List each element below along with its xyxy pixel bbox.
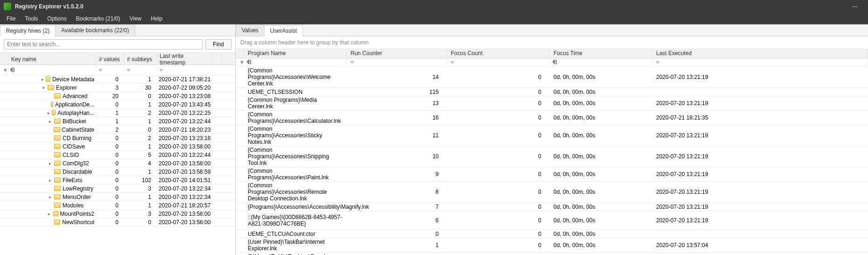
group-by-hint[interactable]: Drag a column header here to group by th…	[236, 36, 868, 49]
filter-icon[interactable]: ▼	[236, 59, 244, 65]
grid-row[interactable]: {Common Programs}\Accessories\Welcome Ce…	[236, 67, 868, 88]
program-name: {Common Programs}\Accessories\Paint.lnk	[244, 168, 347, 181]
run-counter: 16	[347, 114, 447, 121]
col-program[interactable]: Program Name	[244, 49, 347, 58]
col-focuscount[interactable]: Focus Count	[447, 49, 550, 58]
grid-row[interactable]: UEME_CTLSESSION11500d, 0h, 00m, 00s	[236, 88, 868, 96]
tab-userassist[interactable]: UserAssist	[264, 25, 303, 36]
tree-row[interactable]: ▸MenuOrder012020-07-20 13:22:34	[0, 193, 235, 201]
menu-help[interactable]: Help	[146, 14, 167, 23]
grid-row[interactable]: C:\Users\Public\Desktop\Google Chrome.ln…	[236, 253, 868, 255]
menu-options[interactable]: Options	[42, 14, 71, 23]
expander-icon[interactable]: ▸	[48, 111, 50, 115]
tree-row[interactable]: ▸AutoplayHan...122020-07-20 13:22:25	[0, 109, 235, 117]
grid-row[interactable]: {Common Programs}\Accessories\Paint.lnk9…	[236, 167, 868, 182]
grid-row[interactable]: {Common Programs}\Media Center.lnk1300d,…	[236, 96, 868, 111]
col-lastexec[interactable]: Last Executed	[652, 49, 868, 58]
expander-icon[interactable]: ▸	[48, 178, 52, 183]
col-values[interactable]: # values	[96, 53, 124, 66]
values-count: 20	[96, 93, 124, 99]
tree-row[interactable]: ▸MountPoints2032020-07-20 13:58:00	[0, 210, 235, 218]
menu-file[interactable]: File	[2, 14, 20, 23]
col-keyname[interactable]: Key name	[8, 53, 96, 66]
tree-row[interactable]: Discardable012020-07-20 13:56:59	[0, 168, 235, 176]
grid-row[interactable]: UEME_CTLCUACount:ctor000d, 0h, 00m, 00s	[236, 230, 868, 238]
grid-row[interactable]: {Common Programs}\Accessories\Remote Des…	[236, 182, 868, 203]
grid-row[interactable]: {Common Programs}\Accessories\Calculator…	[236, 111, 868, 125]
grid-row[interactable]: {Common Programs}\Accessories\Snipping T…	[236, 146, 868, 167]
filter-keyname[interactable]: B	[8, 67, 96, 73]
tree-row[interactable]: ▸Device Metadata012020-07-21 17:38:21	[0, 75, 235, 84]
menu-bookmarks[interactable]: Bookmarks (21/0)	[71, 14, 125, 23]
program-name: {Programs}\Accessories\Accessibility\Mag…	[244, 204, 347, 210]
expander-icon[interactable]: ▸	[48, 212, 51, 216]
focus-time: 0d, 0h, 00m, 00s	[550, 204, 652, 210]
grid-row[interactable]: ::{My Games}\{00D8862B-6453-4957-A821-3D…	[236, 211, 868, 230]
folder-icon	[46, 77, 50, 82]
last-write-timestamp: 2020-07-20 13:58:00	[157, 219, 213, 226]
col-runcounter[interactable]: Run Counter	[347, 49, 447, 58]
tree-row[interactable]: ApplicationDe...012020-07-20 13:43:45	[0, 100, 235, 109]
search-input[interactable]	[4, 39, 203, 50]
grid-row[interactable]: {Programs}\Accessories\Accessibility\Mag…	[236, 203, 868, 211]
last-write-timestamp: 2020-07-20 13:23:08	[157, 93, 213, 99]
tab-values[interactable]: Values	[236, 25, 265, 36]
tree-row[interactable]: ▸ComDlg32042020-07-20 13:58:00	[0, 159, 235, 168]
col-focustime[interactable]: Focus Time	[550, 49, 652, 58]
run-counter: 11	[347, 132, 447, 139]
tree-row[interactable]: ▸BitBucket112020-07-20 13:22:44	[0, 117, 235, 126]
menu-view[interactable]: View	[125, 14, 146, 23]
last-write-timestamp: 2020-07-20 13:22:25	[157, 110, 213, 116]
subkeys-count: 0	[124, 127, 157, 133]
menu-tools[interactable]: Tools	[20, 14, 42, 23]
program-name: {User Pinned}\TaskBar\Internet Explorer.…	[244, 239, 347, 252]
subkeys-count: 102	[124, 177, 157, 184]
find-button[interactable]: Find	[205, 39, 231, 50]
grid-row[interactable]: {User Pinned}\TaskBar\Internet Explorer.…	[236, 238, 868, 253]
tree-row[interactable]: NewShortcut002020-07-20 13:58:00	[0, 218, 235, 227]
tree-row[interactable]: Modules012020-07-21 18:20:57	[0, 201, 235, 210]
minimize-button[interactable]: —	[846, 3, 864, 10]
focus-time: 0d, 0h, 00m, 00s	[550, 242, 652, 248]
grid-row[interactable]: {Common Programs}\Accessories\Sticky Not…	[236, 125, 868, 146]
tree-row[interactable]: CD Burning022020-07-20 13:23:16	[0, 134, 235, 142]
subkeys-count: 2	[124, 110, 157, 116]
expander-icon[interactable]: ▾	[41, 85, 46, 90]
tree-row[interactable]: CIDSave012020-07-20 13:58:00	[0, 142, 235, 151]
filter-values[interactable]: =	[96, 67, 124, 73]
values-count: 3	[96, 85, 124, 91]
tree-row[interactable]: CLSID052020-07-20 13:22:44	[0, 151, 235, 159]
expander-icon[interactable]: ▸	[48, 161, 52, 166]
last-executed: 2020-07-20 13:21:19	[652, 171, 868, 177]
values-count: 0	[96, 160, 124, 167]
last-executed: 2020-07-20 13:21:19	[652, 217, 868, 224]
expander-icon[interactable]: ▸	[48, 195, 52, 199]
program-name: {Common Programs}\Media Center.lnk	[244, 97, 347, 110]
col-subkeys[interactable]: # subkeys	[124, 53, 157, 66]
filter-focus[interactable]: =	[447, 59, 550, 65]
focus-time: 0d, 0h, 00m, 00s	[550, 153, 652, 160]
focus-time: 0d, 0h, 00m, 00s	[550, 231, 652, 237]
values-count: 1	[96, 118, 124, 125]
tree-row[interactable]: Advanced2002020-07-20 13:23:08	[0, 92, 235, 100]
last-write-timestamp: 2020-07-20 13:58:00	[157, 143, 213, 150]
filter-program[interactable]: B	[244, 59, 347, 65]
filter-subkeys[interactable]: =	[124, 67, 157, 73]
expander-icon[interactable]: ▸	[48, 119, 52, 124]
filter-last[interactable]: =	[652, 59, 868, 65]
tree-row[interactable]: ▾Explorer3302020-07-22 09:05:20	[0, 84, 235, 92]
tree-row[interactable]: CabinetState202020-07-21 18:20:23	[0, 126, 235, 134]
tab-registry-hives[interactable]: Registry hives (2)	[0, 25, 56, 36]
last-write-timestamp: 2020-07-20 13:22:44	[157, 152, 213, 158]
filter-icon[interactable]: ▼	[0, 67, 8, 73]
expander-icon[interactable]: ▸	[41, 77, 44, 82]
filter-timestamp[interactable]: =	[157, 67, 213, 73]
tree-row[interactable]: ▸FileExts01022020-07-20 14:01:51	[0, 176, 235, 184]
tree-row[interactable]: LowRegistry032020-07-20 13:22:34	[0, 184, 235, 193]
run-counter: 13	[347, 100, 447, 106]
focus-time: 0d, 0h, 00m, 00s	[550, 217, 652, 224]
tab-available-bookmarks[interactable]: Available bookmarks (22/0)	[55, 25, 135, 36]
col-timestamp[interactable]: Last write timestamp	[157, 53, 213, 66]
filter-ftime[interactable]: B	[550, 59, 652, 65]
filter-run[interactable]: =	[347, 59, 447, 65]
